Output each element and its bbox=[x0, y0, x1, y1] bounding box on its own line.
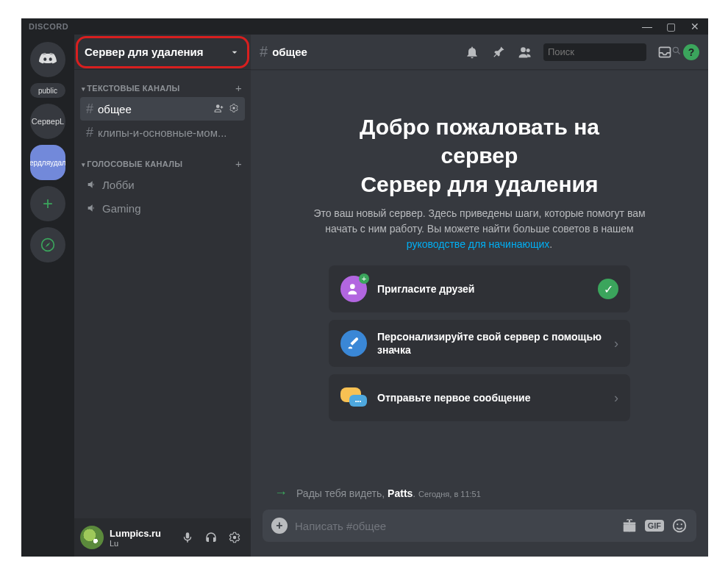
server-item-1[interactable]: СерверL bbox=[30, 104, 65, 139]
svg-point-12 bbox=[677, 523, 678, 525]
user-name: Lumpics.ru bbox=[110, 528, 171, 539]
invite-icon bbox=[346, 282, 361, 296]
gift-icon bbox=[621, 518, 638, 534]
svg-point-4 bbox=[521, 47, 526, 52]
discord-logo-icon bbox=[38, 52, 57, 67]
text-channel-clips[interactable]: # клипы-и-основные-мом... bbox=[80, 121, 245, 144]
settings-icon[interactable] bbox=[229, 103, 239, 115]
voice-channels-category[interactable]: ▾ГОЛОСОВЫЕ КАНАЛЫ + bbox=[80, 151, 245, 173]
notifications-button[interactable] bbox=[464, 44, 480, 60]
server-header-dropdown[interactable]: Сервер для удаления bbox=[74, 35, 251, 70]
search-box[interactable] bbox=[543, 43, 646, 61]
emoji-button[interactable] bbox=[671, 518, 688, 534]
pinned-button[interactable] bbox=[490, 44, 507, 60]
add-server-button[interactable]: + bbox=[30, 186, 65, 221]
hash-icon: # bbox=[86, 101, 93, 117]
inbox-button[interactable] bbox=[657, 44, 673, 60]
svg-point-13 bbox=[681, 523, 682, 525]
card-label: Персонализируйте свой сервер с помощью з… bbox=[377, 330, 604, 357]
app-window: DISCORD — ▢ ✕ public СерверL ердляудал +… bbox=[21, 18, 708, 557]
speaker-icon bbox=[86, 179, 98, 190]
join-suffix: . bbox=[413, 487, 415, 499]
user-info[interactable]: Lumpics.ru Lu bbox=[110, 528, 171, 548]
bell-icon bbox=[465, 45, 479, 60]
search-input[interactable] bbox=[548, 46, 671, 57]
svg-point-3 bbox=[233, 536, 237, 540]
svg-point-1 bbox=[216, 104, 220, 108]
user-tag: Lu bbox=[110, 539, 171, 548]
mute-button[interactable] bbox=[177, 527, 198, 548]
search-icon bbox=[671, 46, 682, 59]
message-input-bar: + GIF bbox=[263, 510, 696, 542]
svg-point-5 bbox=[527, 49, 530, 52]
help-button[interactable]: ? bbox=[683, 44, 699, 60]
card-personalize-server[interactable]: Персонализируйте свой сервер с помощью з… bbox=[329, 320, 630, 367]
members-button[interactable] bbox=[517, 44, 533, 60]
card-label: Отправьте первое сообщение bbox=[377, 391, 604, 404]
main-area: public СерверL ердляудал + Сервер для уд… bbox=[21, 35, 708, 557]
join-username[interactable]: Patts bbox=[388, 487, 413, 499]
add-voice-channel-button[interactable]: + bbox=[235, 157, 242, 170]
voice-channel-gaming[interactable]: Gaming bbox=[80, 196, 245, 220]
chevron-right-icon: › bbox=[614, 390, 618, 406]
voice-channel-lobby[interactable]: Лобби bbox=[80, 173, 245, 196]
server-rail: public СерверL ердляудал + bbox=[21, 35, 74, 557]
user-settings-button[interactable] bbox=[224, 527, 245, 548]
card-invite-friends[interactable]: + Пригласите друзей ✓ bbox=[329, 265, 630, 312]
welcome-line-1: Добро пожаловать на bbox=[360, 115, 599, 139]
user-panel: Lumpics.ru Lu bbox=[74, 518, 251, 557]
gear-icon bbox=[228, 531, 241, 544]
mic-icon bbox=[181, 531, 194, 544]
chevron-right-icon: › bbox=[614, 336, 618, 351]
user-avatar[interactable] bbox=[80, 526, 104, 549]
collapse-icon: ▾ bbox=[82, 85, 85, 93]
pin-icon bbox=[491, 45, 506, 60]
headphones-icon bbox=[204, 531, 218, 544]
channel-label: Gaming bbox=[102, 202, 239, 215]
check-icon: ✓ bbox=[598, 279, 618, 299]
attach-button[interactable]: + bbox=[271, 518, 288, 534]
maximize-button[interactable]: ▢ bbox=[661, 18, 682, 35]
text-channel-general[interactable]: # общее bbox=[80, 97, 245, 121]
invite-icon[interactable] bbox=[214, 103, 224, 115]
public-badge[interactable]: public bbox=[30, 83, 65, 98]
explore-servers-button[interactable] bbox=[30, 227, 65, 262]
titlebar: DISCORD — ▢ ✕ bbox=[21, 18, 708, 35]
svg-point-6 bbox=[673, 47, 678, 52]
welcome-desc-1: Это ваш новый сервер. Здесь приведены ша… bbox=[313, 207, 645, 235]
svg-point-11 bbox=[674, 520, 686, 532]
window-controls: — ▢ ✕ bbox=[637, 18, 705, 35]
hash-icon: # bbox=[86, 125, 93, 140]
deafen-button[interactable] bbox=[201, 527, 221, 548]
welcome-block: Добро пожаловать на сервер Сервер для уд… bbox=[263, 112, 696, 252]
chevron-down-icon bbox=[229, 46, 240, 58]
close-button[interactable]: ✕ bbox=[685, 18, 705, 35]
emoji-icon bbox=[671, 518, 688, 534]
compass-icon bbox=[40, 237, 55, 252]
gif-label: GIF bbox=[645, 520, 664, 532]
card-first-message[interactable]: ••• Отправьте первое сообщение › bbox=[329, 374, 630, 421]
brush-icon bbox=[346, 335, 362, 351]
svg-point-8 bbox=[350, 284, 355, 289]
add-text-channel-button[interactable]: + bbox=[235, 82, 242, 94]
welcome-line-2: сервер bbox=[441, 143, 518, 168]
text-channels-category[interactable]: ▾ТЕКСТОВЫЕ КАНАЛЫ + bbox=[80, 76, 245, 97]
channel-header: # общее ? bbox=[251, 35, 708, 70]
beginners-guide-link[interactable]: руководстве для начинающих bbox=[407, 238, 549, 250]
card-label: Пригласите друзей bbox=[377, 282, 588, 296]
server-item-active[interactable]: ердляудал bbox=[30, 145, 65, 180]
message-input[interactable] bbox=[295, 520, 614, 532]
inbox-icon bbox=[657, 45, 672, 60]
channel-label: общее bbox=[98, 103, 214, 115]
gift-button[interactable] bbox=[621, 518, 638, 534]
minimize-button[interactable]: — bbox=[637, 18, 657, 35]
app-title: DISCORD bbox=[29, 22, 68, 31]
collapse-icon: ▾ bbox=[82, 161, 85, 168]
gif-button[interactable]: GIF bbox=[645, 520, 664, 532]
home-server-button[interactable] bbox=[30, 42, 65, 77]
join-message: → Рады тебя видеть, Patts. Сегодня, в 11… bbox=[263, 481, 696, 510]
svg-point-2 bbox=[232, 107, 235, 110]
welcome-desc-2: . bbox=[549, 238, 552, 250]
plus-badge-icon: + bbox=[359, 274, 369, 284]
members-icon bbox=[518, 45, 532, 60]
